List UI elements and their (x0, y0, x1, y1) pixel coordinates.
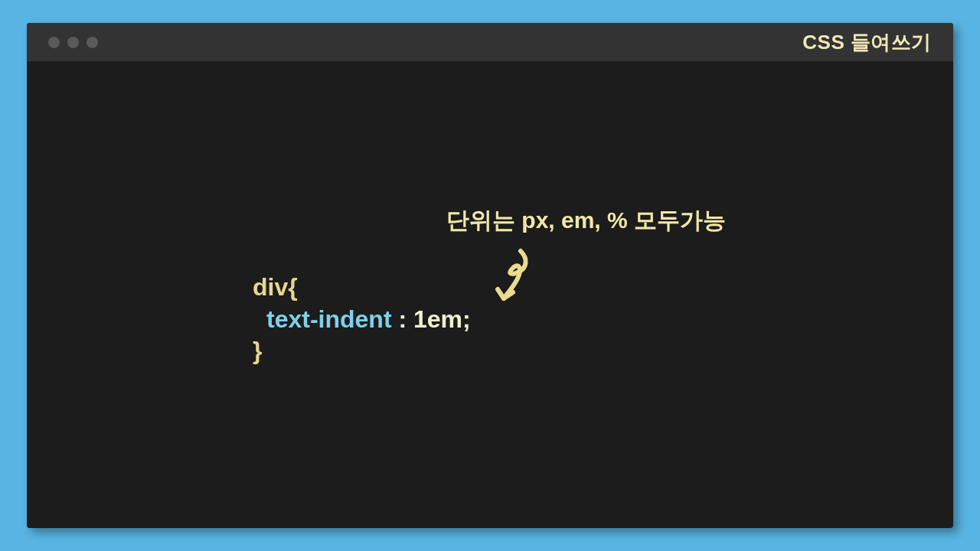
window-titlebar: CSS 들여쓰기 (27, 23, 953, 61)
code-semicolon: ; (462, 305, 471, 333)
code-property: text-indent (266, 305, 392, 333)
code-value: 1em (407, 305, 462, 333)
code-line-3: } (253, 335, 471, 367)
code-colon: : (392, 305, 407, 333)
annotation-text: 단위는 px, em, % 모두가능 (446, 205, 726, 236)
code-brace-close: } (253, 337, 262, 364)
window-title: CSS 들여쓰기 (802, 29, 932, 56)
code-brace-open: { (288, 273, 297, 301)
window-dot-close[interactable] (48, 37, 60, 48)
window-dot-minimize[interactable] (67, 37, 79, 48)
code-block: div{ text-indent : 1em; } (253, 272, 471, 367)
window-controls (48, 37, 98, 48)
code-window: CSS 들여쓰기 단위는 px, em, % 모두가능 div{ text-in… (27, 23, 953, 528)
window-content: 단위는 px, em, % 모두가능 div{ text-indent : 1e… (27, 61, 953, 528)
window-dot-maximize[interactable] (87, 37, 98, 48)
code-line-1: div{ (253, 272, 471, 304)
curved-arrow-icon (490, 245, 536, 306)
code-selector: div (253, 273, 288, 301)
code-line-2: text-indent : 1em; (253, 304, 471, 336)
